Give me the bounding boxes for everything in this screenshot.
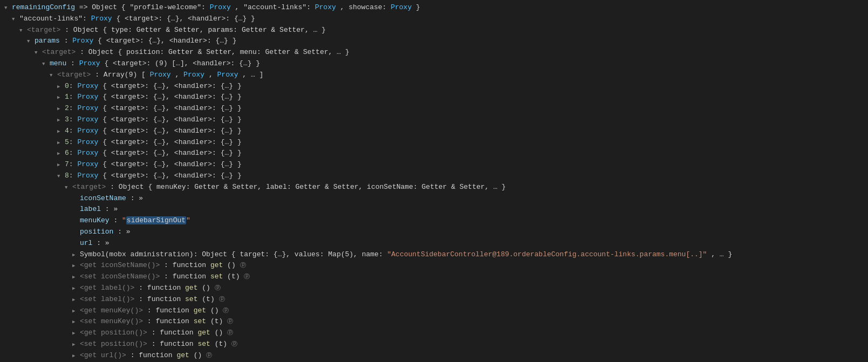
toggle-3[interactable] — [19, 25, 27, 36]
toggle-31[interactable] — [72, 339, 80, 350]
line-10: 2: Proxy { <target>: {…}, <handler>: {…}… — [0, 103, 868, 114]
line-22: url : » — [0, 238, 868, 249]
line-content-22: url : » — [80, 238, 110, 249]
line-30: <get position()> : function get () ⓟ — [0, 327, 868, 339]
line-content-20: menuKey : "sidebarSignOut" — [80, 215, 190, 227]
toggle-6[interactable] — [42, 58, 50, 70]
line-content-25: <set iconSetName()> : function set (t) ⓟ — [80, 271, 250, 283]
line-14: 6: Proxy { <target>: {…}, <handler>: {…}… — [0, 148, 868, 159]
toggle-23[interactable] — [72, 249, 80, 261]
line-31: <set position()> : function set (t) ⓟ — [0, 339, 868, 350]
toggle-28[interactable] — [72, 305, 80, 317]
line-17: <target> : Object { menuKey: Getter & Se… — [0, 182, 868, 193]
toggle-5[interactable] — [35, 47, 42, 58]
toggle-7[interactable] — [50, 70, 57, 81]
line-content-4: params : Proxy { <target>: {…}, <handler… — [35, 36, 237, 47]
line-content-16: 8: Proxy { <target>: {…}, <handler>: {…}… — [65, 170, 242, 182]
line-content-28: <get menuKey()> : function get () ⓟ — [80, 305, 229, 317]
line-content-13: 5: Proxy { <target>: {…}, <handler>: {…}… — [65, 137, 242, 148]
toggle-15[interactable] — [57, 159, 65, 170]
line-content-1: remainingConfig => Object { "profile-wel… — [12, 2, 420, 13]
toggle-10[interactable] — [57, 103, 65, 114]
line-12: 4: Proxy { <target>: {…}, <handler>: {…}… — [0, 126, 868, 137]
line-27: <set label()> : function set (t) ⓟ — [0, 294, 868, 305]
line-content-5: <target> : Object { position: Getter & S… — [42, 47, 350, 58]
line-content-8: 0: Proxy { <target>: {…}, <handler>: {…}… — [65, 81, 242, 92]
toggle-12[interactable] — [57, 126, 65, 137]
line-content-30: <get position()> : function get () ⓟ — [80, 327, 233, 339]
line-content-6: menu : Proxy { <target>: (9) […], <handl… — [50, 58, 260, 70]
toggle-25[interactable] — [72, 271, 80, 283]
line-content-7: <target> : Array(9) [ Proxy , Proxy , Pr… — [57, 70, 263, 81]
line-9: 1: Proxy { <target>: {…}, <handler>: {…}… — [0, 92, 868, 103]
line-11: 3: Proxy { <target>: {…}, <handler>: {…}… — [0, 114, 868, 126]
toggle-2[interactable] — [12, 13, 19, 25]
line-content-19: label : » — [80, 204, 118, 215]
selected-text-sidebarSignOut: sidebarSignOut — [126, 216, 186, 224]
line-3: <target> : Object { type: Getter & Sette… — [0, 25, 868, 36]
var-name: remainingConfig — [12, 3, 75, 11]
toggle-27[interactable] — [72, 294, 80, 305]
line-content-17: <target> : Object { menuKey: Getter & Se… — [72, 182, 506, 193]
line-32: <get url()> : function get () ⓟ — [0, 350, 868, 361]
toggle-29[interactable] — [72, 316, 80, 327]
code-inspector: remainingConfig => Object { "profile-wel… — [0, 0, 868, 362]
line-content-10: 2: Proxy { <target>: {…}, <handler>: {…}… — [65, 103, 242, 114]
line-4: params : Proxy { <target>: {…}, <handler… — [0, 36, 868, 47]
line-content-18: iconSetName : » — [80, 193, 143, 204]
line-20: menuKey : "sidebarSignOut" — [0, 215, 868, 227]
line-content-27: <set label()> : function set (t) ⓟ — [80, 294, 225, 305]
line-content-31: <set position()> : function set (t) ⓟ — [80, 339, 237, 350]
line-content-11: 3: Proxy { <target>: {…}, <handler>: {…}… — [65, 114, 242, 126]
line-content-26: <get label()> : function get () ⓟ — [80, 283, 221, 294]
line-21: position : » — [0, 227, 868, 238]
line-23: Symbol(mobx administration): Object { ta… — [0, 249, 868, 261]
line-content-14: 6: Proxy { <target>: {…}, <handler>: {…}… — [65, 148, 242, 159]
line-8: 0: Proxy { <target>: {…}, <handler>: {…}… — [0, 81, 868, 92]
line-content-29: <set menuKey()> : function set (t) ⓟ — [80, 316, 233, 327]
line-7: <target> : Array(9) [ Proxy , Proxy , Pr… — [0, 70, 868, 81]
line-6: menu : Proxy { <target>: (9) […], <handl… — [0, 58, 868, 70]
line-25: <set iconSetName()> : function set (t) ⓟ — [0, 271, 868, 283]
toggle-17[interactable] — [65, 182, 72, 193]
line-content-23: Symbol(mobx administration): Object { ta… — [80, 249, 732, 261]
line-content-12: 4: Proxy { <target>: {…}, <handler>: {…}… — [65, 126, 242, 137]
toggle-32[interactable] — [72, 350, 80, 361]
line-content-9: 1: Proxy { <target>: {…}, <handler>: {…}… — [65, 92, 242, 103]
line-5: <target> : Object { position: Getter & S… — [0, 47, 868, 58]
toggle-26[interactable] — [72, 283, 80, 294]
line-content-21: position : » — [80, 227, 131, 238]
line-18: iconSetName : » — [0, 193, 868, 204]
toggle-1[interactable] — [4, 2, 12, 13]
line-content-3: <target> : Object { type: Getter & Sette… — [27, 25, 326, 36]
line-28: <get menuKey()> : function get () ⓟ — [0, 305, 868, 317]
toggle-8[interactable] — [57, 81, 65, 92]
line-2: "account-links": Proxy { <target>: {…}, … — [0, 13, 868, 25]
line-15: 7: Proxy { <target>: {…}, <handler>: {…}… — [0, 159, 868, 170]
toggle-13[interactable] — [57, 137, 65, 148]
line-29: <set menuKey()> : function set (t) ⓟ — [0, 316, 868, 327]
line-13: 5: Proxy { <target>: {…}, <handler>: {…}… — [0, 137, 868, 148]
line-content-2: "account-links": Proxy { <target>: {…}, … — [19, 13, 255, 25]
toggle-4[interactable] — [27, 36, 35, 47]
line-24: <get iconSetName()> : function get () ⓟ — [0, 260, 868, 271]
line-16: 8: Proxy { <target>: {…}, <handler>: {…}… — [0, 170, 868, 182]
toggle-16[interactable] — [57, 170, 65, 182]
toggle-30[interactable] — [72, 327, 80, 339]
toggle-9[interactable] — [57, 92, 65, 103]
line-26: <get label()> : function get () ⓟ — [0, 283, 868, 294]
toggle-14[interactable] — [57, 148, 65, 159]
line-content-15: 7: Proxy { <target>: {…}, <handler>: {…}… — [65, 159, 242, 170]
toggle-24[interactable] — [72, 260, 80, 271]
line-content-24: <get iconSetName()> : function get () ⓟ — [80, 260, 246, 271]
line-19: label : » — [0, 204, 868, 215]
line-content-32: <get url()> : function get () ⓟ — [80, 350, 212, 361]
line-1: remainingConfig => Object { "profile-wel… — [0, 2, 868, 13]
toggle-11[interactable] — [57, 114, 65, 126]
